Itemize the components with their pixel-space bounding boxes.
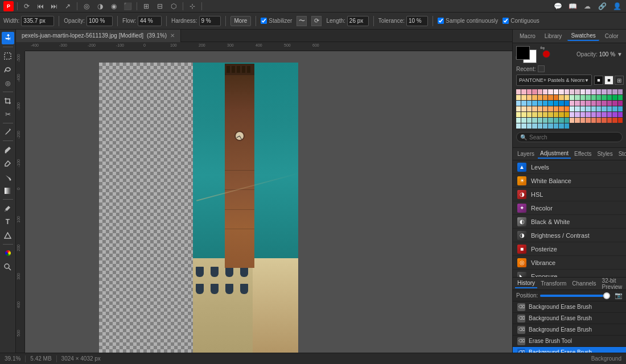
color-cell[interactable] — [559, 95, 563, 100]
color-cell[interactable] — [548, 95, 553, 100]
color-cell[interactable] — [591, 118, 596, 123]
color-cell[interactable] — [527, 112, 532, 117]
step-btn[interactable]: ⏭ — [48, 1, 60, 12]
color-cell[interactable] — [580, 101, 585, 106]
color-cell[interactable] — [554, 101, 558, 106]
color-cell[interactable] — [602, 95, 606, 100]
color-cell[interactable] — [543, 123, 547, 129]
color-cell[interactable] — [565, 112, 569, 117]
adj-tab-layers[interactable]: Layers — [515, 150, 537, 158]
color-cell[interactable] — [559, 112, 563, 117]
tool-shape[interactable] — [2, 229, 14, 242]
color-cell[interactable] — [527, 118, 532, 123]
color-cell[interactable] — [618, 95, 623, 100]
curve-icon[interactable]: 〜 — [296, 16, 307, 26]
color-cell[interactable] — [543, 118, 547, 123]
tab-color[interactable]: Color — [602, 32, 622, 40]
color-cell[interactable] — [554, 106, 558, 111]
history-item[interactable]: ⌫Background Erase Brush — [513, 324, 626, 336]
learn-btn[interactable]: 📖 — [567, 1, 578, 12]
color-cell[interactable] — [554, 118, 558, 123]
color-cell[interactable] — [575, 89, 579, 94]
color-cell[interactable] — [586, 118, 590, 123]
color-cell[interactable] — [532, 118, 537, 123]
opacity-input[interactable] — [87, 16, 113, 26]
color-cell[interactable] — [543, 101, 547, 106]
color-cell[interactable] — [602, 106, 606, 111]
link-btn[interactable]: 🔗 — [596, 1, 608, 12]
hist-tab-transform[interactable]: Transform — [538, 279, 569, 288]
color-cell[interactable] — [586, 106, 590, 111]
tab-brushes[interactable]: Brushes — [624, 32, 626, 40]
contiguous-checkbox[interactable] — [503, 18, 509, 24]
color-cell[interactable] — [570, 95, 574, 100]
color-cell[interactable] — [570, 106, 574, 111]
refresh-btn[interactable]: ⟳ — [21, 1, 32, 12]
adjustment-item[interactable]: ◑HSL — [513, 188, 626, 201]
tolerance-input[interactable] — [406, 16, 428, 26]
tool-eraser[interactable] — [2, 157, 14, 169]
history-item[interactable]: ⌫Background Erase Brush — [513, 313, 626, 324]
color-cell[interactable] — [586, 95, 590, 100]
hist-tab-history[interactable]: History — [515, 279, 537, 288]
color-cell[interactable] — [612, 89, 617, 94]
color-cell[interactable] — [559, 101, 563, 106]
color-cell[interactable] — [596, 89, 601, 94]
color-mode-light[interactable]: ■ — [604, 76, 613, 85]
color-cell[interactable] — [618, 101, 623, 106]
color-cell[interactable] — [580, 89, 585, 94]
color-cell[interactable] — [596, 112, 601, 117]
color-cell[interactable] — [565, 106, 569, 111]
color-cell[interactable] — [521, 123, 526, 129]
image-canvas[interactable] — [25, 51, 512, 353]
color-cell[interactable] — [596, 118, 601, 123]
tool-color[interactable] — [2, 247, 14, 259]
color-cell[interactable] — [612, 106, 617, 111]
history-snapshot-btn[interactable]: 📷 — [615, 292, 623, 299]
color-cell[interactable] — [516, 89, 521, 94]
color-cell[interactable] — [532, 89, 537, 94]
color-cell[interactable] — [521, 112, 526, 117]
color-cell[interactable] — [521, 106, 526, 111]
color-cell[interactable] — [580, 95, 585, 100]
color-cell[interactable] — [554, 123, 558, 129]
position-slider[interactable] — [540, 295, 610, 297]
color-swap-btn[interactable]: ⇆ — [540, 45, 545, 51]
color-cell[interactable] — [575, 106, 579, 111]
color-cell[interactable] — [580, 106, 585, 111]
chat-btn[interactable]: 💬 — [552, 1, 563, 12]
adjustment-item[interactable]: ■Posterize — [513, 242, 626, 256]
color-cell[interactable] — [607, 112, 612, 117]
color-cell[interactable] — [554, 89, 558, 94]
app-logo[interactable]: P — [3, 1, 14, 11]
color-cell[interactable] — [548, 89, 553, 94]
color-btn3[interactable]: ◉ — [108, 1, 120, 12]
color-cell[interactable] — [559, 89, 563, 94]
cloud-btn[interactable]: ☁ — [582, 1, 593, 12]
color-cell[interactable] — [580, 112, 585, 117]
color-cell[interactable] — [554, 112, 558, 117]
color-cell[interactable] — [538, 95, 542, 100]
hardness-input[interactable] — [199, 16, 221, 26]
tool-pen[interactable] — [2, 202, 14, 214]
color-cell[interactable] — [618, 112, 623, 117]
stabilizer-checkbox[interactable] — [261, 18, 267, 24]
color-cell[interactable] — [543, 112, 547, 117]
color-cell[interactable] — [532, 123, 537, 129]
adjustment-item[interactable]: ◎Vibrance — [513, 256, 626, 270]
color-cell[interactable] — [516, 95, 521, 100]
adjustment-item[interactable]: ◑Brightness / Contrast — [513, 229, 626, 242]
color-cell[interactable] — [565, 123, 569, 129]
color-cell[interactable] — [521, 118, 526, 123]
hist-tab-channels[interactable]: Channels — [570, 279, 598, 288]
color-cell[interactable] — [516, 101, 521, 106]
color-cell[interactable] — [543, 106, 547, 111]
color-cell[interactable] — [607, 118, 612, 123]
tool-move[interactable] — [2, 32, 14, 44]
adjustment-item[interactable]: ▲Levels — [513, 160, 626, 174]
color-cell[interactable] — [559, 118, 563, 123]
color-cell[interactable] — [602, 101, 606, 106]
color-cell[interactable] — [521, 89, 526, 94]
color-cell[interactable] — [532, 106, 537, 111]
color-cell[interactable] — [570, 112, 574, 117]
